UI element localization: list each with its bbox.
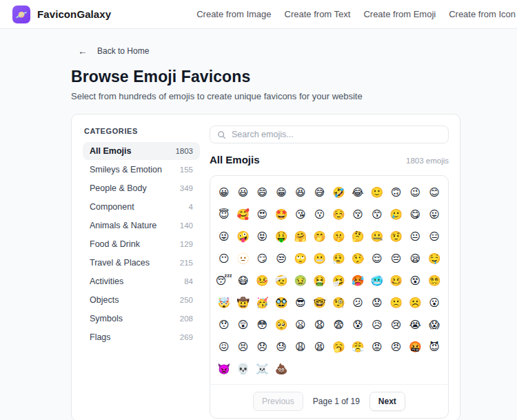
emoji-item[interactable]: 🥲 [387, 203, 406, 226]
emoji-item[interactable]: 🥶 [367, 270, 387, 292]
emoji-item[interactable]: 🤥 [348, 248, 367, 270]
emoji-item[interactable]: 🥸 [272, 292, 291, 314]
category-item-flags[interactable]: Flags269 [83, 328, 200, 346]
emoji-item[interactable]: 😨 [330, 314, 349, 336]
emoji-item[interactable]: 😱 [425, 314, 444, 336]
emoji-item[interactable]: 😮‍💨 [330, 248, 349, 270]
emoji-item[interactable]: 🤮 [310, 270, 330, 292]
emoji-item[interactable]: 🤤 [425, 248, 444, 270]
emoji-item[interactable]: 🙂 [367, 181, 387, 203]
emoji-item[interactable]: 😏 [253, 248, 272, 270]
previous-page-button[interactable]: Previous [253, 392, 303, 411]
category-item-objects[interactable]: Objects250 [83, 291, 200, 309]
emoji-item[interactable]: 😛 [425, 203, 444, 226]
emoji-item[interactable]: 🧐 [330, 292, 349, 314]
emoji-item[interactable]: 🥱 [330, 336, 349, 358]
emoji-item[interactable]: 😋 [406, 203, 425, 226]
emoji-item[interactable]: 😘 [291, 203, 310, 226]
emoji-item[interactable]: 😢 [387, 314, 406, 336]
category-item-all-emojis[interactable]: All Emojis1803 [83, 142, 200, 160]
emoji-item[interactable]: 🥰 [234, 203, 253, 226]
emoji-item[interactable]: 🥳 [253, 292, 272, 314]
emoji-item[interactable]: 😲 [234, 314, 253, 336]
category-item-symbols[interactable]: Symbols208 [83, 310, 200, 328]
nav-link-create-from-emoji[interactable]: Create from Emoji [363, 9, 436, 19]
emoji-item[interactable]: 🤢 [291, 270, 310, 292]
emoji-item[interactable]: 😵 [406, 270, 425, 292]
emoji-item[interactable]: 😑 [425, 226, 444, 248]
emoji-item[interactable]: 😣 [234, 336, 253, 358]
emoji-item[interactable]: 😕 [348, 292, 367, 314]
nav-link-create-from-text[interactable]: Create from Text [285, 9, 351, 19]
emoji-item[interactable]: 😦 [291, 314, 310, 336]
emoji-item[interactable]: 😖 [214, 336, 234, 358]
emoji-item[interactable]: 🤗 [291, 226, 310, 248]
emoji-item[interactable]: 🤒 [253, 270, 272, 292]
category-item-activities[interactable]: Activities84 [83, 272, 200, 290]
emoji-item[interactable]: 😉 [406, 181, 425, 203]
emoji-item[interactable]: 😓 [272, 336, 291, 358]
emoji-item[interactable]: 😜 [214, 226, 234, 248]
emoji-item[interactable]: 😡 [367, 336, 387, 358]
category-item-smileys-emotion[interactable]: Smileys & Emotion155 [83, 161, 200, 179]
emoji-item[interactable]: 😇 [214, 203, 234, 226]
category-item-component[interactable]: Component4 [83, 198, 200, 216]
emoji-item[interactable]: 😞 [253, 336, 272, 358]
emoji-item[interactable]: 😔 [387, 248, 406, 270]
emoji-item[interactable]: 😌 [367, 248, 387, 270]
emoji-item[interactable]: 😁 [272, 181, 291, 203]
nav-link-create-from-icon[interactable]: Create from Icon [449, 9, 516, 19]
emoji-item[interactable]: 😰 [348, 314, 367, 336]
emoji-item[interactable]: 🫥 [234, 248, 253, 270]
emoji-item[interactable]: 🤕 [272, 270, 291, 292]
emoji-item[interactable]: 😯 [214, 314, 234, 336]
emoji-item[interactable]: 😊 [425, 181, 444, 203]
emoji-item[interactable]: 👿 [214, 358, 234, 380]
emoji-item[interactable]: 😎 [291, 292, 310, 314]
emoji-item[interactable]: ☺️ [330, 203, 349, 226]
emoji-item[interactable]: 😄 [253, 181, 272, 203]
emoji-item[interactable]: 😬 [310, 248, 330, 270]
emoji-item[interactable]: 🙁 [387, 292, 406, 314]
category-item-travel-places[interactable]: Travel & Places215 [83, 254, 200, 272]
emoji-item[interactable]: 😐 [406, 226, 425, 248]
back-to-home-link[interactable]: ← Back to Home [71, 46, 149, 57]
emoji-item[interactable]: 😀 [214, 181, 234, 203]
emoji-item[interactable]: ☹️ [406, 292, 425, 314]
emoji-item[interactable]: 🤓 [310, 292, 330, 314]
emoji-item[interactable]: 😂 [348, 181, 367, 203]
search-box[interactable] [210, 126, 449, 143]
emoji-item[interactable]: 😝 [253, 226, 272, 248]
emoji-item[interactable]: 😪 [406, 248, 425, 270]
emoji-item[interactable]: 🤭 [310, 226, 330, 248]
emoji-item[interactable]: 🥵 [348, 270, 367, 292]
emoji-item[interactable]: 🤔 [348, 226, 367, 248]
category-item-people-body[interactable]: People & Body349 [83, 179, 200, 197]
emoji-item[interactable]: 🤩 [272, 203, 291, 226]
emoji-item[interactable]: 😟 [367, 292, 387, 314]
emoji-item[interactable]: 🤯 [214, 292, 234, 314]
emoji-item[interactable]: 🤑 [272, 226, 291, 248]
emoji-item[interactable]: 🤣 [330, 181, 349, 203]
emoji-item[interactable]: 😧 [310, 314, 330, 336]
emoji-item[interactable]: 😳 [253, 314, 272, 336]
emoji-item[interactable]: 😤 [348, 336, 367, 358]
emoji-item[interactable]: 🤬 [406, 336, 425, 358]
emoji-item[interactable]: 😩 [291, 336, 310, 358]
emoji-item[interactable]: 🤠 [234, 292, 253, 314]
emoji-item[interactable]: 😮 [425, 292, 444, 314]
emoji-item[interactable]: 😭 [406, 314, 425, 336]
emoji-item[interactable]: 😚 [348, 203, 367, 226]
emoji-item[interactable]: 🤐 [367, 226, 387, 248]
emoji-item[interactable]: 😗 [310, 203, 330, 226]
emoji-item[interactable]: 😷 [234, 270, 253, 292]
emoji-item[interactable]: 🤧 [330, 270, 349, 292]
emoji-item[interactable]: 😆 [291, 181, 310, 203]
emoji-item[interactable]: 🙄 [291, 248, 310, 270]
emoji-item[interactable]: 😍 [253, 203, 272, 226]
category-item-animals-nature[interactable]: Animals & Nature140 [83, 217, 200, 234]
emoji-item[interactable]: 😙 [367, 203, 387, 226]
emoji-item[interactable]: 😠 [387, 336, 406, 358]
emoji-item[interactable]: 🤨 [387, 226, 406, 248]
emoji-item[interactable]: 😈 [425, 336, 444, 358]
